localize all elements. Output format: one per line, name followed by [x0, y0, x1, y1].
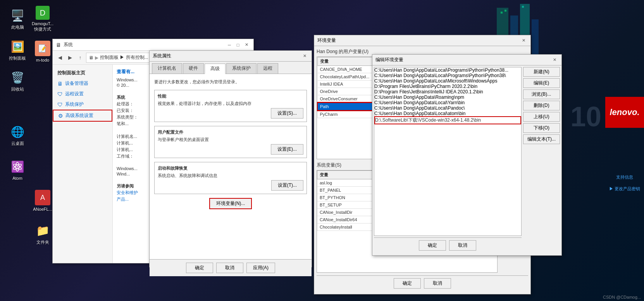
this-pc-label: 此电脑 — [11, 24, 24, 30]
startup-title: 启动和故障恢复 — [158, 165, 303, 171]
list-item[interactable]: D:\Program Files\JetBrains\IntelliJ IDEA… — [374, 89, 521, 95]
edit-env-edittext-btn[interactable]: 编辑文本(T)... — [523, 134, 560, 144]
edit-env-dialog: 编辑环境变量 ✕ C:\Users\Han Dong\AppData\Local… — [372, 54, 562, 256]
env-vars-btn[interactable]: 环境变量(N)... — [209, 198, 252, 209]
desktop-icon-damogut[interactable]: D DamoguT...快捷方式 — [29, 6, 56, 32]
sys-props-ok-btn[interactable]: 确定 — [186, 263, 213, 273]
edit-env-titlebar: 编辑环境变量 ✕ — [372, 55, 561, 65]
sys-props-footer: 确定 取消 应用(A) — [150, 259, 312, 276]
list-item[interactable]: D:\Program Files\JetBrains\PyCharm 2020.… — [374, 84, 521, 89]
startup-section: 启动和故障恢复 系统启动、系统故障和调试信息 设置(T)... — [154, 162, 307, 194]
edit-env-close-btn[interactable]: ✕ — [551, 57, 558, 64]
sidebar-header: 控制面板主页 — [53, 68, 112, 78]
edit-env-new-btn[interactable]: 新建(N) — [523, 67, 560, 77]
system-window-icon: 🖥 — [56, 42, 61, 48]
edit-env-body: C:\Users\Han Dong\AppData\Local\Programs… — [372, 65, 561, 255]
edit-env-cancel-btn[interactable]: 取消 — [449, 240, 476, 251]
tab-computer-name[interactable]: 计算机名 — [152, 63, 182, 74]
tab-hardware[interactable]: 硬件 — [183, 63, 204, 74]
list-item[interactable]: C:\Users\Han Dong\AppData\Local\Microsof… — [374, 78, 521, 84]
system-titlebar: 🖥 系统 ─ □ ✕ — [53, 39, 253, 51]
edit-env-up-btn[interactable]: 上移(U) — [523, 112, 560, 122]
startup-settings-btn[interactable]: 设置(T)... — [271, 180, 303, 191]
sys-props-close-btn[interactable]: ✕ — [301, 53, 308, 60]
list-item[interactable]: C:\Users\Han Dong\AppData\Local\Programs… — [374, 73, 521, 78]
env-cancel-btn[interactable]: 取消 — [424, 278, 451, 289]
user-profile-settings-btn[interactable]: 设置(E)... — [271, 144, 303, 155]
sidebar-item-devices[interactable]: 🖥 设备管理器 — [53, 78, 112, 89]
support-info-link[interactable]: 支持信息 — [605, 174, 644, 180]
chrome-icon: 🌐 — [10, 124, 25, 139]
sys-props-tabbar: 计算机名 硬件 高级 系统保护 远程 — [150, 62, 312, 74]
system-close-btn[interactable]: ✕ — [243, 41, 250, 48]
sidebar-item-remote[interactable]: 🛡 远程设置 — [53, 89, 112, 99]
edit-env-edit-btn[interactable]: 编辑(E) — [523, 78, 560, 88]
sys-props-cancel-btn[interactable]: 取消 — [216, 263, 243, 273]
csdn-watermark: CSDN @CDamog... — [603, 295, 641, 299]
svg-rect-6 — [522, 6, 524, 8]
edit-env-ok-btn[interactable]: 确定 — [419, 240, 446, 251]
anoefla-label: ANoeFL... — [33, 206, 52, 212]
user-profile-title: 用户配置文件 — [158, 129, 303, 135]
tab-advanced[interactable]: 高级 — [205, 64, 226, 74]
edit-env-down-btn[interactable]: 下移(O) — [523, 123, 560, 133]
desktop: 🖥️ 此电脑 D DamoguT...快捷方式 🖼️ 控制面板 📝 m-todo… — [0, 0, 644, 301]
recycle-label: 回收站 — [11, 86, 24, 92]
performance-desc: 视觉效果，处理器计划，内存使用，以及虚拟内存 — [158, 101, 303, 107]
mtodo-icon: 📝 — [35, 41, 50, 56]
lenovo-banner: lenovo. — [605, 97, 644, 128]
warning-text: 要进行大多数更改，您必须作为管理员登录。 — [154, 79, 307, 85]
mtodo-label: m-todo — [36, 57, 49, 63]
edit-env-title: 编辑环境变量 — [375, 57, 403, 63]
recycle-icon: 🗑️ — [10, 70, 25, 85]
chrome-label: 云桌面 — [11, 141, 24, 146]
performance-settings-btn[interactable]: 设置(S)... — [271, 108, 303, 119]
user-profile-section: 用户配置文件 与登录帐户相关的桌面设置 设置(E)... — [154, 126, 307, 158]
edit-env-delete-btn[interactable]: 删除(D) — [523, 101, 560, 110]
sys-props-apply-btn[interactable]: 应用(A) — [246, 263, 275, 273]
env-vars-title: 环境变量 — [317, 37, 336, 44]
svg-rect-4 — [501, 12, 503, 14]
atom-label: Atom — [12, 175, 22, 181]
devices-icon: 🖥 — [57, 81, 63, 87]
env-ok-btn[interactable]: 确定 — [394, 278, 421, 289]
nav-up-btn[interactable]: ↑ — [76, 53, 84, 62]
startup-desc: 系统启动、系统故障和调试信息 — [158, 173, 303, 179]
files-icon: 📁 — [35, 223, 50, 238]
list-item[interactable]: C:\Users\Han Dong\AppData\Local\Programs… — [374, 67, 521, 73]
nav-forward-btn[interactable]: ▶ — [66, 53, 74, 62]
list-item-highlighted[interactable]: D:\.SoftwareLib\下载\VSCode-win32-x64-1.48… — [374, 116, 521, 124]
edit-env-footer: 确定 取消 — [374, 237, 522, 253]
system-minimize-btn[interactable]: ─ — [226, 41, 233, 48]
list-item[interactable]: C:\Users\Han Dong\AppData\Local\Yarn\bin — [374, 100, 521, 105]
desktop-icon-this-pc[interactable]: 🖥️ 此电脑 — [4, 8, 31, 30]
this-pc-icon: 🖥️ — [10, 8, 25, 23]
env-vars-close-btn[interactable]: ✕ — [520, 37, 527, 44]
desktop-icon-chrome[interactable]: 🌐 云桌面 — [4, 124, 31, 146]
tab-remote[interactable]: 远程 — [257, 63, 278, 74]
tab-system-protection[interactable]: 系统保护 — [226, 63, 257, 74]
control-label: 控制面板 — [9, 55, 26, 61]
system-window-title: 系统 — [64, 41, 73, 48]
list-item[interactable]: C:\Users\Han Dong\AppData\Local\Pandoc\ — [374, 105, 521, 111]
edit-env-browse-btn[interactable]: 浏览(B)... — [523, 89, 560, 99]
performance-section: 性能 视觉效果，处理器计划，内存使用，以及虚拟内存 设置(S)... — [154, 90, 307, 122]
protection-icon: 🛡 — [57, 101, 63, 108]
desktop-icon-atom[interactable]: ⚛️ Atom — [4, 159, 31, 181]
change-product-link[interactable]: ▶ 更改产品密钥 — [605, 186, 644, 192]
damogut-icon: D — [36, 6, 50, 20]
sidebar-item-advanced[interactable]: ⚙ 高级系统设置 — [53, 110, 112, 122]
system-maximize-btn[interactable]: □ — [234, 41, 242, 48]
list-item[interactable]: C:\Users\Han Dong\AppData\Local\atom\bin — [374, 111, 521, 116]
sidebar-item-protection[interactable]: 🛡 系统保护 — [53, 99, 112, 110]
user-profile-desc: 与登录帐户相关的桌面设置 — [158, 137, 303, 143]
svg-rect-3 — [532, 19, 539, 58]
list-item[interactable]: C:\Users\Han Dong\AppData\Roaming\npm — [374, 95, 521, 100]
damogut-label: DamoguT...快捷方式 — [32, 21, 53, 32]
edit-path-list: C:\Users\Han Dong\AppData\Local\Programs… — [374, 67, 522, 236]
sys-props-titlebar: 系统属性 ✕ — [150, 51, 312, 62]
desktop-icon-recycle[interactable]: 🗑️ 回收站 — [4, 70, 31, 92]
desktop-icon-control[interactable]: 🖼️ 控制面板 — [4, 39, 31, 61]
sys-props-dialog: 系统属性 ✕ 计算机名 硬件 高级 系统保护 远程 要进行大多数更改，您必须作为… — [149, 50, 312, 267]
nav-back-btn[interactable]: ◀ — [56, 53, 64, 62]
